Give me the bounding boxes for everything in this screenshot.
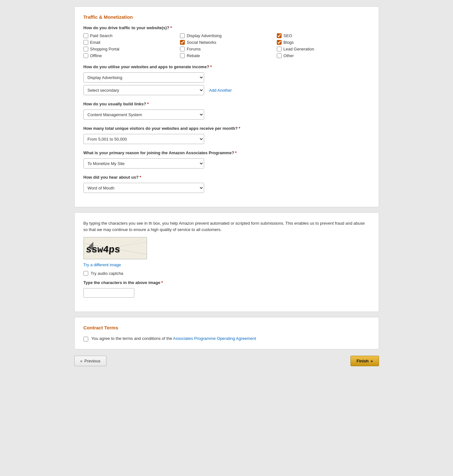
traffic-question-label: How do you drive traffic to your website… xyxy=(83,25,370,30)
checkbox-item-social-networks: Social Networks xyxy=(180,40,273,45)
income-question-section: How do you utilise your websites and app… xyxy=(83,64,370,95)
traffic-checkbox-grid: Paid Search Display Advertising SEO Emai… xyxy=(83,33,370,58)
captcha-description: By typing the characters you see in th b… xyxy=(83,220,370,233)
offline-label[interactable]: Offline xyxy=(90,53,102,58)
add-another-link[interactable]: Add Another xyxy=(209,88,232,93)
display-advertising-checkbox[interactable] xyxy=(180,33,185,38)
join-reason-section: What is your primary reason for joining … xyxy=(83,150,370,169)
try-different-link[interactable]: Try a different image xyxy=(83,262,121,267)
captcha-input-label: Type the characters in the above image* xyxy=(83,280,370,285)
paid-search-checkbox[interactable] xyxy=(83,33,88,38)
finish-chevron-icon: » xyxy=(370,359,373,363)
visitors-select[interactable]: Less than 500 From 500 to 5,000 From 5,0… xyxy=(83,134,204,144)
finish-label: Finish xyxy=(356,359,369,363)
shopping-portal-label[interactable]: Shopping Portal xyxy=(90,47,120,51)
visitors-question-label: How many total unique visitors do your w… xyxy=(83,126,370,131)
checkbox-item-offline: Offline xyxy=(83,53,177,58)
income-secondary-select[interactable]: Select secondary Display Advertising Aff… xyxy=(83,85,204,95)
previous-label: Previous xyxy=(84,359,101,363)
links-question-label: How do you usually build links?* xyxy=(83,102,370,106)
lead-generation-label[interactable]: Lead Generation xyxy=(283,47,314,51)
blogs-label[interactable]: Blogs xyxy=(283,40,294,45)
captcha-svg: ssw4ps ssw4ps xyxy=(84,237,147,259)
income-secondary-row: Select secondary Display Advertising Aff… xyxy=(83,85,370,95)
checkbox-item-blogs: Blogs xyxy=(277,40,370,45)
terms-agree-label[interactable]: You agree to the terms and conditions of… xyxy=(91,336,256,341)
captcha-card: By typing the characters you see in th b… xyxy=(74,212,379,312)
paid-search-label[interactable]: Paid Search xyxy=(90,33,113,38)
checkbox-item-seo: SEO xyxy=(277,33,370,38)
checkbox-item-other: Other xyxy=(277,53,370,58)
nav-buttons: « Previous Finish » xyxy=(74,356,379,366)
checkbox-item-shopping-portal: Shopping Portal xyxy=(83,47,177,51)
contract-terms-title: Contract Terms xyxy=(83,325,370,330)
seo-label[interactable]: SEO xyxy=(283,33,292,38)
social-networks-checkbox[interactable] xyxy=(180,40,185,45)
join-reason-label: What is your primary reason for joining … xyxy=(83,150,370,155)
income-primary-row: Display Advertising Affiliate Marketing … xyxy=(83,72,370,83)
other-checkbox[interactable] xyxy=(277,53,282,58)
checkbox-item-email: Email xyxy=(83,40,177,45)
hear-about-label: How did you hear about us?* xyxy=(83,175,370,180)
hear-about-select[interactable]: Word of Mouth Search Engine Social Media… xyxy=(83,183,204,193)
forums-checkbox[interactable] xyxy=(180,47,185,51)
links-select[interactable]: Content Management System Manually Other xyxy=(83,109,204,120)
hear-about-section: How did you hear about us?* Word of Mout… xyxy=(83,175,370,193)
checkbox-item-lead-generation: Lead Generation xyxy=(277,47,370,51)
social-networks-label[interactable]: Social Networks xyxy=(187,40,216,45)
captcha-text-input[interactable] xyxy=(83,288,134,298)
income-question-label: How do you utilise your websites and app… xyxy=(83,64,370,69)
page-wrapper: Traffic & Monetization How do you drive … xyxy=(74,6,379,366)
email-label[interactable]: Email xyxy=(90,40,101,45)
contract-terms-card: Contract Terms You agree to the terms an… xyxy=(74,317,379,349)
checkbox-item-rebate: Rebate xyxy=(180,53,273,58)
email-checkbox[interactable] xyxy=(83,40,88,45)
other-label[interactable]: Other xyxy=(283,53,294,58)
rebate-label[interactable]: Rebate xyxy=(187,53,200,58)
shopping-portal-checkbox[interactable] xyxy=(83,47,88,51)
captcha-input-section: Type the characters in the above image* xyxy=(83,280,370,298)
traffic-monetization-card: Traffic & Monetization How do you drive … xyxy=(74,6,379,207)
blogs-checkbox[interactable] xyxy=(277,40,282,45)
captcha-image-box: ssw4ps ssw4ps xyxy=(83,237,147,259)
income-primary-select[interactable]: Display Advertising Affiliate Marketing … xyxy=(83,72,204,83)
terms-agree-checkbox[interactable] xyxy=(83,337,88,341)
traffic-question-section: How do you drive traffic to your website… xyxy=(83,25,370,58)
forums-label[interactable]: Forums xyxy=(187,47,201,51)
seo-checkbox[interactable] xyxy=(277,33,282,38)
checkbox-item-forums: Forums xyxy=(180,47,273,51)
checkbox-item-display-advertising: Display Advertising xyxy=(180,33,273,38)
rebate-checkbox[interactable] xyxy=(180,53,185,58)
audio-captcha-checkbox[interactable] xyxy=(83,271,88,276)
audio-captcha-row: Try audio captcha xyxy=(83,271,370,276)
lead-generation-checkbox[interactable] xyxy=(277,47,282,51)
traffic-section-title: Traffic & Monetization xyxy=(83,14,370,20)
audio-captcha-label[interactable]: Try audio captcha xyxy=(91,271,123,276)
checkbox-item-paid-search: Paid Search xyxy=(83,33,177,38)
display-advertising-label[interactable]: Display Advertising xyxy=(187,33,222,38)
previous-chevron-icon: « xyxy=(80,359,83,363)
links-question-section: How do you usually build links?* Content… xyxy=(83,102,370,120)
offline-checkbox[interactable] xyxy=(83,53,88,58)
terms-row: You agree to the terms and conditions of… xyxy=(83,336,370,341)
visitors-question-section: How many total unique visitors do your w… xyxy=(83,126,370,144)
previous-button[interactable]: « Previous xyxy=(74,356,107,366)
finish-button[interactable]: Finish » xyxy=(350,356,379,366)
terms-link[interactable]: Associates Programme Operating Agreement xyxy=(173,336,256,341)
join-reason-select[interactable]: To Monetize My Site To Supplement Income… xyxy=(83,158,204,169)
